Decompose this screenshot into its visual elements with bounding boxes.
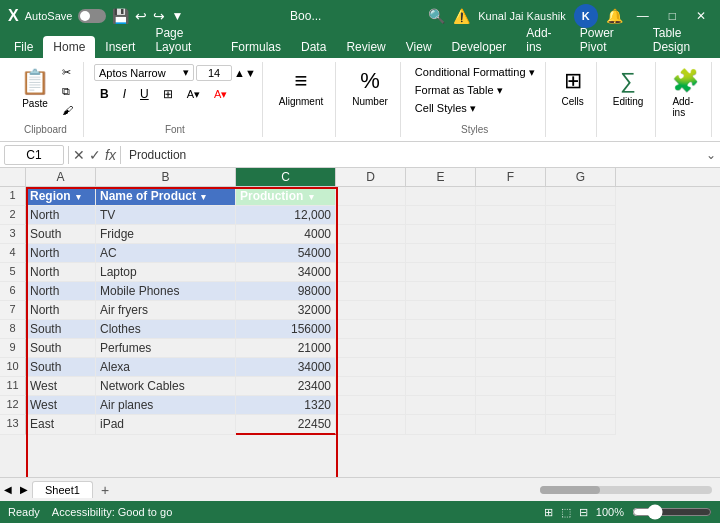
cell-c9[interactable]: 21000: [236, 339, 336, 358]
formula-expand-icon[interactable]: ⌄: [706, 148, 716, 162]
col-header-d[interactable]: D: [336, 168, 406, 186]
tab-home[interactable]: Home: [43, 36, 95, 58]
cell-e5[interactable]: [406, 263, 476, 282]
cell-a11[interactable]: West: [26, 377, 96, 396]
cell-g12[interactable]: [546, 396, 616, 415]
cell-g3[interactable]: [546, 225, 616, 244]
cell-c6[interactable]: 98000: [236, 282, 336, 301]
cell-styles-button[interactable]: Cell Styles ▾: [411, 100, 539, 117]
function-cancel-icon[interactable]: ✕: [73, 147, 85, 163]
col-header-g[interactable]: G: [546, 168, 616, 186]
tab-insert[interactable]: Insert: [95, 36, 145, 58]
cell-d6[interactable]: [336, 282, 406, 301]
cell-c7[interactable]: 32000: [236, 301, 336, 320]
tab-review[interactable]: Review: [336, 36, 395, 58]
cell-d12[interactable]: [336, 396, 406, 415]
cell-c13[interactable]: 22450: [236, 415, 336, 435]
font-color-button[interactable]: A▾: [208, 86, 233, 103]
cell-b7[interactable]: Air fryers: [96, 301, 236, 320]
view-layout-icon[interactable]: ⬚: [561, 506, 571, 519]
italic-button[interactable]: I: [117, 85, 132, 103]
alignment-button[interactable]: ≡ Alignment: [273, 64, 329, 111]
cell-b11[interactable]: Network Cables: [96, 377, 236, 396]
save-icon[interactable]: 💾: [112, 8, 129, 24]
cell-b6[interactable]: Mobile Phones: [96, 282, 236, 301]
cell-d11[interactable]: [336, 377, 406, 396]
cell-e11[interactable]: [406, 377, 476, 396]
cell-reference-box[interactable]: C1: [4, 145, 64, 165]
cell-d1[interactable]: [336, 187, 406, 206]
cell-f10[interactable]: [476, 358, 546, 377]
cell-e10[interactable]: [406, 358, 476, 377]
addins-button[interactable]: 🧩 Add-ins: [666, 64, 705, 122]
cell-f12[interactable]: [476, 396, 546, 415]
cell-e13[interactable]: [406, 415, 476, 435]
tab-file[interactable]: File: [4, 36, 43, 58]
cell-b8[interactable]: Clothes: [96, 320, 236, 339]
autosave-toggle[interactable]: [78, 9, 106, 23]
cell-a8[interactable]: South: [26, 320, 96, 339]
cell-c4[interactable]: 54000: [236, 244, 336, 263]
cell-f4[interactable]: [476, 244, 546, 263]
scroll-thumb[interactable]: [540, 486, 600, 494]
cell-b1[interactable]: Name of Product ▾: [96, 187, 236, 206]
cell-c3[interactable]: 4000: [236, 225, 336, 244]
cells-button[interactable]: ⊞ Cells: [556, 64, 590, 111]
cell-f8[interactable]: [476, 320, 546, 339]
cell-f11[interactable]: [476, 377, 546, 396]
cell-e1[interactable]: [406, 187, 476, 206]
cell-a3[interactable]: South: [26, 225, 96, 244]
number-button[interactable]: % Number: [346, 64, 394, 111]
view-pagebreak-icon[interactable]: ⊟: [579, 506, 588, 519]
insert-function-icon[interactable]: fx: [105, 147, 116, 163]
cell-c8[interactable]: 156000: [236, 320, 336, 339]
cell-a5[interactable]: North: [26, 263, 96, 282]
view-normal-icon[interactable]: ⊞: [544, 506, 553, 519]
cell-g10[interactable]: [546, 358, 616, 377]
tab-developer[interactable]: Developer: [442, 36, 517, 58]
cell-c2[interactable]: 12,000: [236, 206, 336, 225]
cell-e3[interactable]: [406, 225, 476, 244]
format-painter-button[interactable]: 🖌: [58, 102, 77, 118]
cell-d2[interactable]: [336, 206, 406, 225]
col-header-f[interactable]: F: [476, 168, 546, 186]
tab-view[interactable]: View: [396, 36, 442, 58]
cell-f13[interactable]: [476, 415, 546, 435]
cell-a9[interactable]: South: [26, 339, 96, 358]
cell-e2[interactable]: [406, 206, 476, 225]
cell-d13[interactable]: [336, 415, 406, 435]
add-sheet-button[interactable]: +: [93, 480, 117, 500]
formula-input[interactable]: [125, 146, 702, 164]
cell-c12[interactable]: 1320: [236, 396, 336, 415]
cell-b13[interactable]: iPad: [96, 415, 236, 435]
cell-e6[interactable]: [406, 282, 476, 301]
sheet-tab-sheet1[interactable]: Sheet1: [32, 481, 93, 498]
cell-a13[interactable]: East: [26, 415, 96, 435]
cell-a12[interactable]: West: [26, 396, 96, 415]
cell-a4[interactable]: North: [26, 244, 96, 263]
cell-f1[interactable]: [476, 187, 546, 206]
tab-data[interactable]: Data: [291, 36, 336, 58]
cell-g7[interactable]: [546, 301, 616, 320]
scroll-left-icon[interactable]: ◀: [0, 484, 16, 495]
tab-page-layout[interactable]: Page Layout: [145, 22, 221, 58]
undo-icon[interactable]: ↩: [135, 8, 147, 24]
more-commands[interactable]: ▼: [171, 9, 183, 23]
cell-c10[interactable]: 34000: [236, 358, 336, 377]
bold-button[interactable]: B: [94, 85, 115, 103]
editing-button[interactable]: ∑ Editing: [607, 64, 650, 111]
cell-d3[interactable]: [336, 225, 406, 244]
cell-b12[interactable]: Air planes: [96, 396, 236, 415]
tab-table-design[interactable]: Table Design: [643, 22, 720, 58]
cell-d8[interactable]: [336, 320, 406, 339]
cell-f6[interactable]: [476, 282, 546, 301]
font-name-selector[interactable]: Aptos Narrow ▾: [94, 64, 194, 81]
cell-c11[interactable]: 23400: [236, 377, 336, 396]
paste-button[interactable]: 📋 Paste: [14, 64, 56, 113]
cell-g13[interactable]: [546, 415, 616, 435]
horizontal-scrollbar[interactable]: [536, 483, 716, 497]
scroll-right-icon[interactable]: ▶: [16, 484, 32, 495]
cell-g6[interactable]: [546, 282, 616, 301]
fill-color-button[interactable]: A▾: [181, 86, 206, 103]
cell-e9[interactable]: [406, 339, 476, 358]
